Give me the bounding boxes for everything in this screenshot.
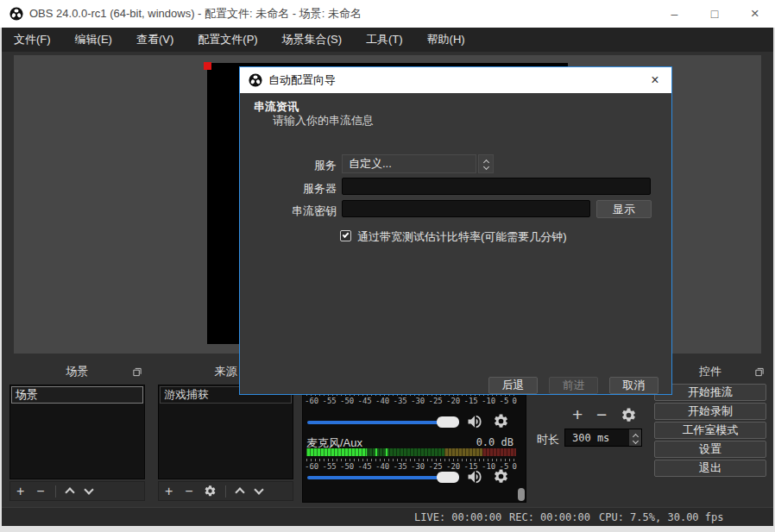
server-input[interactable] (342, 178, 651, 195)
tick-label: -40 (375, 462, 389, 471)
sources-panel-title: 来源 (215, 365, 237, 378)
move-scene-down-icon[interactable] (84, 485, 93, 494)
obs-logo-icon (9, 7, 23, 21)
remove-source-icon[interactable]: − (179, 485, 198, 498)
close-button[interactable]: × (734, 0, 775, 28)
tick-label: -60 (305, 462, 318, 471)
bandwidth-test-label: 通过带宽测试估计比特率(可能需要几分钟) (357, 229, 567, 245)
meter-ruler (306, 459, 515, 461)
tick-label: -15 (464, 397, 478, 405)
window-titlebar[interactable]: OBS 24.0.0-rc1 (64-bit, windows) - 配置文件:… (0, 0, 775, 28)
service-select-spinner[interactable] (478, 154, 494, 173)
tick-label: -60 (305, 397, 318, 405)
vu-peak-mark (386, 448, 388, 456)
auto-config-wizard-dialog: 自动配置向导 × 串流资讯 请输入你的串流信息 服务 自定义... 服务器 串流… (239, 66, 672, 395)
menu-tools[interactable]: 工具(T) (354, 28, 415, 52)
speaker-icon[interactable] (466, 468, 483, 485)
menu-help[interactable]: 帮助(H) (415, 28, 477, 52)
vu-peak-mark (375, 448, 377, 456)
wizard-step-subheading: 请输入你的串流信息 (273, 113, 374, 128)
tick-label: -20 (446, 462, 460, 471)
source-properties-gear-icon[interactable] (204, 485, 217, 498)
spin-down-icon[interactable] (482, 164, 488, 170)
window-title: OBS 24.0.0-rc1 (64-bit, windows) - 配置文件:… (29, 0, 362, 28)
remove-scene-icon[interactable]: − (30, 485, 50, 498)
add-scene-icon[interactable]: + (10, 485, 30, 498)
mic-volume-slider-handle[interactable] (437, 472, 459, 483)
speaker-icon[interactable] (466, 413, 483, 430)
spin-down-icon[interactable] (632, 437, 638, 443)
menu-scene-collection[interactable]: 场景集合(S) (270, 28, 354, 52)
live-time: LIVE: 00:00:00 (414, 511, 501, 523)
tick-label: -50 (340, 462, 354, 471)
stream-key-label: 串流密钥 (245, 203, 337, 219)
volume-slider-handle[interactable] (437, 416, 459, 428)
tick-label: -45 (358, 462, 372, 471)
scenes-toolbar: + − (9, 481, 145, 501)
studio-mode-button[interactable]: 工作室模式 (654, 422, 766, 439)
transition-properties-gear-icon[interactable] (621, 407, 637, 423)
tick-label: -30 (411, 397, 425, 405)
show-key-button[interactable]: 显示 (596, 200, 652, 218)
server-label: 服务器 (245, 181, 337, 197)
start-recording-button[interactable]: 开始录制 (654, 403, 766, 420)
back-button[interactable]: 后退 (488, 377, 538, 394)
audio-settings-gear-icon[interactable] (493, 468, 509, 485)
dialog-close-icon[interactable]: × (646, 67, 665, 93)
toolbar-divider (55, 485, 56, 498)
mixer-scrollbar-thumb[interactable] (518, 488, 525, 501)
audio-settings-gear-icon[interactable] (493, 413, 509, 429)
move-scene-up-icon[interactable] (65, 487, 74, 497)
minimize-button[interactable]: – (654, 0, 695, 28)
dialog-title: 自动配置向导 (268, 67, 336, 93)
duration-value: 300 ms (572, 429, 609, 447)
tick-label: -25 (429, 397, 443, 405)
dialog-titlebar[interactable]: 自动配置向导 × (240, 67, 671, 93)
popout-icon[interactable] (132, 367, 142, 377)
rec-time: REC: 00:00:00 (509, 511, 590, 523)
add-transition-icon[interactable]: + (572, 405, 583, 423)
source-resize-handle[interactable] (204, 62, 211, 70)
duration-spinner-arrows[interactable] (629, 429, 641, 446)
mic-vu-meter (306, 448, 516, 456)
scene-list-item[interactable]: 场景 (11, 386, 143, 404)
mic-db-value: 0.0 dB (476, 436, 514, 448)
service-select[interactable]: 自定义... (342, 154, 476, 173)
sources-list: 游戏捕获 (158, 385, 293, 479)
remove-transition-icon[interactable]: − (596, 405, 607, 423)
tick-label: -40 (375, 397, 389, 405)
tick-label: -55 (323, 462, 337, 471)
tick-label: -5 (500, 397, 509, 405)
stream-key-input[interactable] (342, 200, 590, 217)
next-button[interactable]: 前进 (549, 377, 598, 394)
settings-button[interactable]: 设置 (654, 441, 766, 458)
tick-label: 0 (513, 462, 517, 471)
menu-bar: 文件(F) 编辑(E) 查看(V) 配置文件(P) 场景集合(S) 工具(T) … (2, 28, 773, 52)
exit-button[interactable]: 退出 (654, 460, 766, 477)
popout-icon[interactable] (754, 367, 765, 377)
bandwidth-test-checkbox[interactable] (340, 230, 351, 241)
tick-label: -35 (394, 462, 407, 471)
service-label: 服务 (245, 158, 337, 173)
sources-toolbar: + − (158, 481, 293, 501)
scenes-list: 场景 (9, 385, 145, 479)
tick-label: -35 (394, 397, 407, 405)
menu-view[interactable]: 查看(V) (124, 28, 186, 52)
tick-label: -50 (340, 397, 354, 405)
move-source-down-icon[interactable] (254, 485, 263, 494)
obs-logo-icon (249, 73, 262, 87)
move-source-up-icon[interactable] (235, 487, 244, 497)
menu-file[interactable]: 文件(F) (2, 28, 63, 52)
maximize-button[interactable]: □ (695, 0, 735, 28)
scenes-panel-title: 场景 (66, 365, 89, 378)
menu-edit[interactable]: 编辑(E) (63, 28, 124, 52)
cancel-button[interactable]: 取消 (609, 377, 658, 394)
toolbar-divider (225, 485, 226, 498)
menu-profile[interactable]: 配置文件(P) (186, 28, 269, 52)
meter-scale: -60-55-50-45-40-35-30-25-20-15-10-50 (305, 462, 517, 471)
meter-scale: -60-55-50-45-40-35-30-25-20-15-10-50 (305, 397, 517, 405)
controls-panel-title: 控件 (699, 365, 721, 378)
tick-label: -30 (411, 462, 425, 471)
duration-spinner[interactable]: 300 ms (564, 429, 642, 447)
add-source-icon[interactable]: + (159, 485, 179, 498)
